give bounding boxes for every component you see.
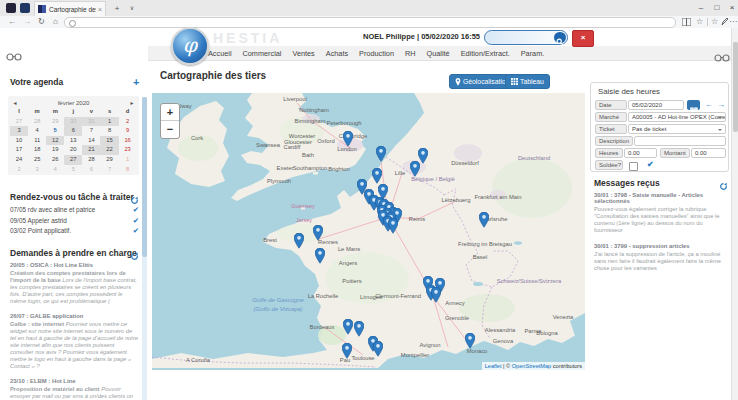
date-picker-button[interactable] (687, 100, 700, 110)
map-marker[interactable] (373, 341, 383, 357)
calendar-day[interactable]: 20 (64, 145, 82, 155)
calendar-day[interactable]: 26 (46, 155, 64, 165)
map-marker[interactable] (479, 212, 489, 228)
browser-tab[interactable]: Cartographie des tiers × (34, 1, 106, 16)
add-agenda-icon[interactable]: + (133, 78, 139, 87)
nav-item-edition-extract-[interactable]: Edition/Extract. (461, 49, 510, 58)
map-marker[interactable] (342, 343, 352, 359)
calendar-day[interactable]: 17 (10, 145, 28, 155)
calendar-day[interactable]: 24 (10, 155, 28, 165)
map-marker[interactable] (388, 218, 398, 234)
calendar-day[interactable]: 5 (64, 165, 82, 175)
calendar-day[interactable]: 19 (46, 145, 64, 155)
map-marker[interactable] (376, 146, 386, 162)
map-marker[interactable] (354, 321, 364, 337)
address-input[interactable] (64, 17, 676, 28)
ticket-select[interactable]: Pas de ticket (628, 124, 726, 134)
favorites-star-icon[interactable]: ☆ (696, 17, 703, 27)
calendar-day[interactable]: 27 (10, 117, 28, 127)
calendar-day[interactable]: 28 (28, 117, 46, 127)
logout-button[interactable]: × (572, 30, 594, 47)
back-icon[interactable]: ← (8, 17, 16, 27)
window-minimize-button[interactable]: – (694, 1, 708, 15)
map-marker[interactable] (372, 168, 382, 184)
settled-checkbox[interactable] (629, 162, 638, 171)
market-select[interactable]: A00005 - AD Hot-line OPEX (Correct) : (628, 112, 726, 122)
hours-input[interactable]: 0.00 (624, 148, 657, 158)
calendar-day[interactable]: 5 (46, 126, 64, 136)
calendar-day[interactable]: 12 (46, 136, 64, 146)
task-done-check-icon[interactable]: ✔ (133, 217, 139, 224)
map-marker[interactable] (343, 319, 353, 335)
calendar-day[interactable]: 14 (82, 136, 100, 146)
calendar-day[interactable]: 6 (82, 165, 100, 175)
calendar-day[interactable]: 27 (64, 155, 82, 165)
page-scrollbar[interactable] (731, 28, 738, 400)
calendar-day[interactable]: 7 (100, 165, 118, 175)
window-close-button[interactable]: × (725, 1, 738, 15)
zoom-out-button[interactable]: − (161, 121, 179, 137)
nav-item-achats[interactable]: Achats (326, 49, 348, 58)
calendar-prev-icon[interactable]: ◄ (10, 100, 20, 106)
message-item[interactable]: 30/01 : 3798 - Saisie manuelle - Article… (594, 192, 728, 234)
leaflet-map[interactable]: GalwayCorkLiverpoolNottinghamBirminghamP… (152, 93, 585, 370)
right-panel-toggle-glasses-icon[interactable] (714, 49, 730, 67)
calendar-day[interactable]: 15 (100, 136, 118, 146)
tab-list-chevron-icon[interactable]: ∨ (126, 1, 138, 16)
nav-item-param-[interactable]: Param. (521, 49, 545, 58)
hub-star-icon[interactable]: ☆ (711, 17, 718, 27)
calendar-day[interactable]: 21 (82, 145, 100, 155)
leaflet-link[interactable]: Leaflet (485, 363, 502, 369)
calendar-day[interactable]: 3 (10, 126, 28, 136)
calendar-day[interactable]: 6 (64, 126, 82, 136)
tab-close-icon[interactable]: × (98, 6, 102, 13)
calendar-day[interactable]: 8 (100, 126, 118, 136)
map-marker[interactable] (315, 248, 325, 264)
global-search-input[interactable] (484, 30, 568, 45)
calendar-day[interactable]: 10 (10, 136, 28, 146)
request-item[interactable]: 20/05 : OSICA : Hot Line ElitisCréation … (10, 262, 139, 305)
forward-icon[interactable]: → (23, 17, 31, 27)
nav-item-qualit-[interactable]: Qualité (427, 49, 450, 58)
page-scrollbar-thumb[interactable] (733, 42, 738, 132)
calendar-day[interactable]: 1 (119, 155, 137, 165)
calendar-next-icon[interactable]: ► (127, 100, 137, 106)
pinned-site-icon[interactable] (6, 3, 16, 13)
calendar-day[interactable]: 25 (28, 155, 46, 165)
amount-input[interactable]: 0.00 (691, 148, 726, 158)
calendar-day[interactable]: 4 (46, 165, 64, 175)
map-marker[interactable] (431, 287, 441, 303)
zoom-in-button[interactable]: + (161, 104, 179, 121)
calendar-day[interactable]: 22 (100, 145, 118, 155)
nav-item-production[interactable]: Production (359, 49, 394, 58)
more-options-icon[interactable]: ⋯ (729, 17, 737, 27)
calendar-widget[interactable]: ◄ février 2020 ► lmmjvsd 272829303112345… (8, 96, 139, 175)
nav-item-ventes[interactable]: Ventes (292, 49, 314, 58)
calendar-day[interactable]: 11 (28, 136, 46, 146)
date-input[interactable]: 05/02/2020 (628, 100, 684, 110)
calendar-day[interactable]: 8 (119, 165, 137, 175)
message-item[interactable]: 30/01 : 3799 - suppression articlesJ'ai … (594, 243, 728, 272)
date-prev-icon[interactable]: ← (705, 100, 713, 110)
nav-item-commercial[interactable]: Commercial (243, 49, 282, 58)
calendar-day[interactable]: 28 (82, 155, 100, 165)
calendar-day[interactable]: 4 (28, 126, 46, 136)
calendar-day[interactable]: 31 (82, 117, 100, 127)
map-marker[interactable] (410, 161, 420, 177)
refresh-icon[interactable]: ↻ (38, 17, 45, 27)
map-marker[interactable] (465, 333, 475, 349)
home-icon[interactable]: ⌂ (53, 17, 58, 27)
site-info-icon[interactable] (69, 20, 76, 27)
date-next-icon[interactable]: → (717, 100, 725, 110)
task-item[interactable]: 03/02 Point applicatif.✔ (10, 227, 139, 234)
sidebar-scrollbar-thumb[interactable] (142, 97, 147, 257)
submit-check-icon[interactable]: ✔ (647, 160, 654, 170)
osm-link[interactable]: OpenStreetMap (512, 363, 552, 369)
calendar-day[interactable]: 13 (64, 136, 82, 146)
calendar-day[interactable]: 2 (10, 165, 28, 175)
task-item[interactable]: 07/05 rdv avec aline et patrice✔ (10, 206, 139, 213)
task-done-check-icon[interactable]: ✔ (133, 227, 139, 234)
calendar-day[interactable]: 16 (119, 136, 137, 146)
hestia-logo[interactable]: φ (171, 27, 209, 65)
new-tab-button[interactable]: + (111, 1, 123, 16)
